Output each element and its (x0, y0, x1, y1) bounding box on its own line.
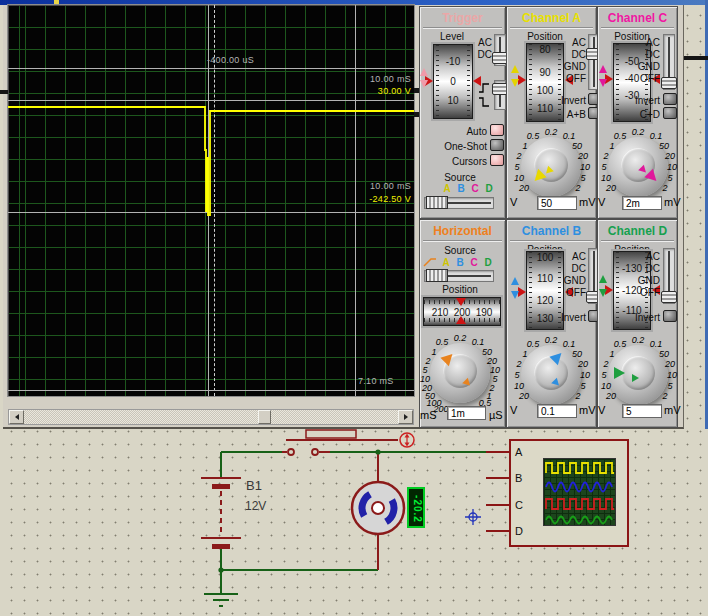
knob-tick: 2 (569, 391, 587, 401)
hposition-pointer-bottom[interactable] (456, 316, 466, 324)
knob-tick: 10 (663, 162, 681, 172)
channel-b-down-arrow[interactable] (511, 291, 519, 299)
scope-component-screen (543, 458, 616, 526)
channel-c-down-arrow[interactable] (599, 79, 607, 87)
pin-d-label: D (515, 525, 523, 537)
channel-d-down-arrow[interactable] (599, 289, 607, 297)
knob-tick: 0.5 (433, 337, 451, 347)
channel-d-knob-pointer (614, 367, 625, 379)
divider (423, 240, 502, 242)
us-unit-label: µS (489, 409, 503, 421)
mini-trace-a (546, 463, 614, 473)
knob-tick: 5 (595, 370, 613, 380)
knob-tick: 50 (568, 141, 586, 151)
trigger-source-slider[interactable] (424, 197, 494, 209)
ms-unit-label: mS (420, 409, 437, 421)
channel-c-up-arrow[interactable] (599, 65, 607, 73)
knob-tick: 5 (574, 381, 592, 391)
trigger-title: Trigger (420, 11, 505, 25)
sum-label: A+B (559, 109, 586, 120)
channel-b-up-arrow[interactable] (511, 277, 519, 285)
position-pointer-left[interactable] (518, 75, 526, 85)
channel-a-up-arrow[interactable] (511, 65, 519, 73)
mini-trace-c (546, 499, 614, 509)
trigger-dc-label: DC (475, 49, 492, 60)
scrollbar-left-button[interactable] (9, 410, 24, 424)
slider-thumb[interactable] (661, 291, 677, 303)
channel-d-up-arrow[interactable] (599, 275, 607, 283)
horizontal-source-slider[interactable] (424, 270, 494, 282)
coupling-gnd-label: GND (560, 275, 586, 286)
invert-label: Invert (630, 312, 660, 323)
knob-tick: 0.5 (524, 131, 542, 141)
auto-label: Auto (452, 126, 487, 137)
falling-edge-icon (477, 96, 491, 108)
rising-edge-icon (477, 82, 491, 94)
coupling-ac-label: AC (634, 37, 660, 48)
channel-d-coupling-slider[interactable] (663, 248, 675, 304)
level-down-arrow[interactable] (420, 80, 428, 88)
knob-tick: 0.2 (451, 333, 469, 343)
channel-c-coupling-slider[interactable] (663, 34, 675, 90)
auto-button[interactable] (490, 124, 504, 136)
button-actuator-icon[interactable] (400, 433, 414, 447)
channel-d-value-input[interactable]: 5 (622, 404, 662, 418)
scope-hscrollbar[interactable] (8, 409, 414, 425)
knob-tick: 50 (568, 349, 586, 359)
millivolts-unit-label: mV (664, 404, 681, 416)
level-up-arrow[interactable] (420, 68, 428, 76)
channel-b-value-input[interactable]: 0.1 (537, 404, 577, 418)
channel-d-invert-button[interactable] (663, 310, 677, 322)
pin-a-label: A (515, 446, 522, 458)
trigger-level-scale[interactable]: -10 0 10 (433, 44, 473, 119)
knob-tick: 10 (576, 370, 594, 380)
slider-thumb[interactable] (426, 269, 448, 282)
coupling-gnd-label: GND (634, 61, 660, 72)
knob-tick: 10 (663, 370, 681, 380)
position-pointer-left[interactable] (518, 287, 526, 297)
invert-label: Invert (556, 312, 586, 323)
channel-a-down-arrow[interactable] (511, 79, 519, 87)
coupling-gnd-label: GND (560, 61, 586, 72)
knob-tick: 5 (508, 370, 526, 380)
volts-unit-label: V (598, 196, 605, 208)
source-c-label: C (468, 257, 480, 268)
scrollbar-thumb[interactable] (258, 410, 271, 424)
knob-tick: 5 (574, 173, 592, 183)
level-tick: -10 (434, 56, 472, 67)
channel-c-value-input[interactable]: 2m (622, 196, 662, 210)
ground-symbol[interactable] (204, 594, 238, 606)
battery-value-label: 12V (245, 499, 266, 513)
battery-ref-label: B1 (246, 478, 262, 493)
one-shot-label: One-Shot (439, 141, 487, 152)
motor-rpm-value: -20.2 (409, 489, 423, 529)
channel-a-value-input[interactable]: 50 (537, 196, 577, 210)
cursors-button[interactable] (490, 154, 504, 166)
channel-d-knob-pointer-small (632, 374, 639, 382)
knob-tick: 1 (603, 349, 621, 359)
scale-tick: 210 (429, 307, 451, 318)
knob-tick: 20 (661, 151, 679, 161)
knob-tick: 2 (597, 359, 615, 369)
dc-motor[interactable] (352, 482, 404, 534)
slider-thumb[interactable] (426, 196, 448, 209)
proteus-oscilloscope-window: -400.00 uS 10.00 mS 30.00 V 10.00 mS -24… (0, 0, 708, 616)
channel-c-invert-button[interactable] (663, 93, 677, 105)
pin-b-label: B (515, 472, 522, 484)
coupling-dc-label: DC (560, 263, 586, 274)
cursor2-volts-label: -242.50 V (369, 194, 411, 204)
window-icon (54, 0, 59, 4)
divider (601, 27, 674, 29)
trigger-edge-slider[interactable] (494, 80, 506, 110)
scope-screen[interactable]: -400.00 uS 10.00 mS 30.00 V 10.00 mS -24… (8, 5, 414, 396)
trigger-coupling-slider[interactable] (494, 34, 506, 66)
slider-thumb[interactable] (661, 77, 677, 89)
hposition-pointer-top[interactable] (456, 298, 466, 306)
knob-tick: 0.2 (629, 335, 647, 345)
scrollbar-right-button[interactable] (398, 410, 413, 424)
timebase-value-input[interactable]: 1m (447, 406, 486, 420)
one-shot-button[interactable] (490, 139, 504, 151)
background-wire-mark (684, 56, 708, 60)
channel-c-sum-button[interactable] (663, 107, 677, 119)
battery-b1[interactable] (201, 478, 241, 547)
